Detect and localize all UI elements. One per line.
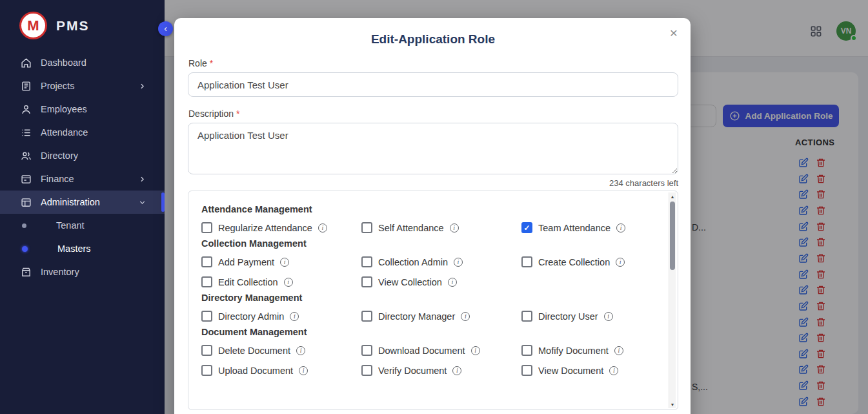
permission-label: Add Payment [218, 257, 274, 267]
sidebar-item-projects[interactable]: Projects [0, 74, 165, 98]
permission-label: Mofify Document [538, 346, 609, 356]
permission-item[interactable]: Collection Admini [361, 256, 521, 267]
modal-title: Edit-Application Role [188, 32, 678, 47]
info-icon[interactable]: i [284, 278, 293, 287]
permission-item[interactable]: Add Paymenti [201, 256, 361, 267]
permission-item[interactable]: ✓Team Attendancei [521, 222, 667, 233]
role-input[interactable] [188, 72, 678, 97]
edit-application-role-modal: × Edit-Application Role Role * Descripti… [174, 18, 691, 414]
info-icon[interactable]: i [299, 366, 308, 375]
info-icon[interactable]: i [454, 258, 463, 267]
sidebar-item-label: Administration [41, 197, 100, 207]
permissions-scrollbar[interactable]: ▲ ▼ [669, 192, 676, 408]
permission-item[interactable]: Mofify Documenti [521, 345, 667, 356]
info-icon[interactable]: i [614, 346, 623, 355]
sidebar-item-label: Inventory [41, 267, 79, 277]
permission-item[interactable]: View Collectioni [361, 276, 521, 287]
scroll-down-icon[interactable]: ▼ [669, 400, 676, 408]
sidebar-item-attendance[interactable]: Attendance [0, 121, 165, 144]
checkbox[interactable] [361, 222, 372, 233]
checkbox[interactable] [361, 345, 372, 356]
close-icon[interactable]: × [670, 26, 678, 39]
sidebar-item-directory[interactable]: Directory [0, 144, 165, 167]
description-textarea[interactable]: Application Test User [188, 123, 678, 174]
permission-label: Self Attendance [378, 223, 444, 233]
permission-label: Collection Admin [378, 257, 448, 267]
sidebar-item-label: Tenant [56, 220, 85, 231]
checkbox[interactable] [361, 365, 372, 376]
checkbox[interactable] [521, 345, 532, 356]
scroll-up-icon[interactable]: ▲ [669, 192, 676, 200]
permission-label: View Document [538, 366, 603, 376]
permission-item[interactable]: View Documenti [521, 365, 667, 376]
checkbox[interactable] [201, 365, 212, 376]
info-icon[interactable]: i [604, 312, 613, 321]
info-icon[interactable]: i [450, 223, 459, 233]
permission-item[interactable]: Directory Manageri [361, 311, 521, 322]
permission-item[interactable]: Download Documenti [361, 345, 521, 356]
info-icon[interactable]: i [290, 312, 299, 321]
checkbox[interactable] [521, 365, 532, 376]
checkbox[interactable] [201, 222, 212, 233]
permission-label: Delete Document [218, 346, 290, 356]
permission-item[interactable]: Directory Useri [521, 311, 667, 322]
sidebar-item-administration[interactable]: Administration [0, 191, 165, 214]
info-icon[interactable]: i [471, 346, 480, 355]
permission-item[interactable]: Edit Collectioni [201, 276, 361, 287]
info-icon[interactable]: i [461, 312, 470, 321]
sidebar-item-dashboard[interactable]: Dashboard [0, 51, 165, 74]
permission-item[interactable]: Self Attendancei [361, 222, 521, 233]
active-accent-bar [161, 192, 165, 212]
description-field-label: Description * [188, 109, 678, 119]
sidebar-item-label: Finance [41, 174, 74, 184]
checkbox[interactable] [201, 276, 212, 287]
admin-icon [21, 197, 32, 208]
sidebar-item-label: Projects [41, 81, 74, 91]
characters-left-counter: 234 characters left [188, 178, 678, 188]
chevron-right-icon [138, 175, 146, 183]
checkbox[interactable] [361, 311, 372, 322]
permission-label: Create Collection [538, 257, 610, 267]
board-icon [21, 81, 32, 92]
scrollbar-thumb[interactable] [670, 202, 675, 270]
checkbox[interactable] [201, 345, 212, 356]
store-icon [21, 267, 32, 278]
info-icon[interactable]: i [318, 223, 327, 233]
permission-item[interactable]: Upload Documenti [201, 365, 361, 376]
checkbox[interactable] [201, 256, 212, 267]
checkbox[interactable] [361, 276, 372, 287]
permission-section-title: Directory Management [201, 293, 667, 303]
checkbox[interactable] [201, 311, 212, 322]
checkbox-checked[interactable]: ✓ [521, 222, 532, 233]
sidebar-item-tenant[interactable]: Tenant [0, 214, 165, 237]
permission-item[interactable]: Delete Documenti [201, 345, 361, 356]
app-name: PMS [56, 18, 90, 34]
permissions-panel: Attendance ManagementRegularize Attendan… [188, 191, 678, 410]
sidebar-item-inventory[interactable]: Inventory [0, 260, 165, 284]
checkbox[interactable] [361, 256, 372, 267]
info-icon[interactable]: i [616, 223, 625, 233]
sidebar-item-label: Masters [57, 243, 91, 254]
info-icon[interactable]: i [609, 366, 618, 375]
info-icon[interactable]: i [616, 258, 625, 267]
sidebar-item-finance[interactable]: Finance [0, 167, 165, 191]
info-icon[interactable]: i [448, 278, 457, 287]
checkbox[interactable] [521, 256, 532, 267]
permission-label: Verify Document [378, 366, 447, 376]
permission-label: Directory Admin [218, 311, 284, 322]
permission-label: Regularize Attendance [218, 223, 312, 233]
info-icon[interactable]: i [452, 366, 461, 375]
permission-item[interactable]: Directory Admini [201, 311, 361, 322]
sidebar: M PMS DashboardProjectsEmployeesAttendan… [0, 0, 165, 414]
info-icon[interactable]: i [280, 258, 289, 267]
sidebar-item-employees[interactable]: Employees [0, 98, 165, 121]
info-icon[interactable]: i [296, 346, 305, 355]
permission-item[interactable]: Regularize Attendancei [201, 222, 361, 233]
sidebar-item-masters[interactable]: Masters [0, 237, 165, 260]
permission-label: Directory Manager [378, 311, 455, 322]
permission-item[interactable]: Verify Documenti [361, 365, 521, 376]
sidebar-collapse-button[interactable]: ‹ [158, 21, 173, 36]
checkbox[interactable] [521, 311, 532, 322]
permission-label: View Collection [378, 277, 442, 287]
permission-item[interactable]: Create Collectioni [521, 256, 667, 267]
